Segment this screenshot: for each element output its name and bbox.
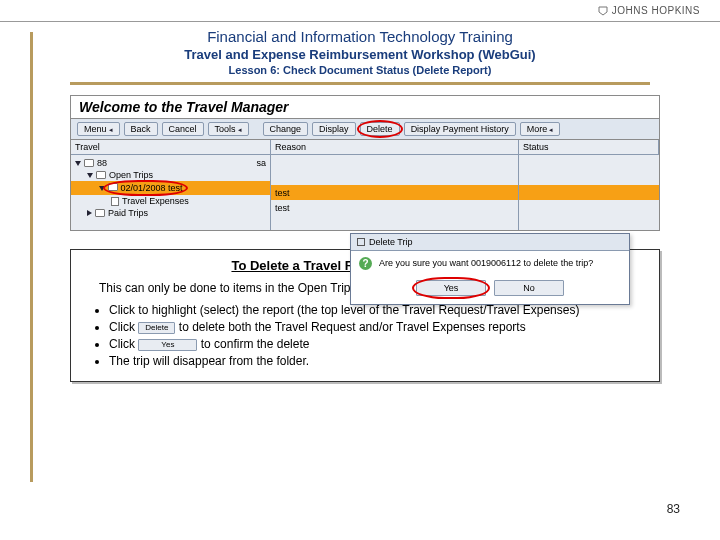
tree-travel-expenses[interactable]: Travel Expenses [75, 195, 266, 207]
selected-row: 02/01/2008 test [71, 181, 270, 195]
expand-icon [87, 173, 93, 178]
text: Click [109, 337, 138, 351]
logo: JOHNS HOPKINS [598, 5, 700, 16]
question-icon: ? [359, 257, 372, 270]
vertical-rule [30, 32, 33, 482]
collapse-icon [87, 210, 92, 216]
logo-bar: JOHNS HOPKINS [0, 0, 720, 22]
folder-icon [108, 183, 118, 191]
header: Financial and Information Technology Tra… [30, 22, 690, 76]
expand-icon [75, 161, 81, 166]
no-button[interactable]: No [494, 280, 564, 296]
status-empty [519, 170, 659, 185]
status-empty [519, 200, 659, 215]
tree-paid-trips[interactable]: Paid Trips [75, 207, 266, 219]
col-travel: Travel [71, 140, 271, 155]
reason-empty [271, 155, 518, 170]
inline-yes-button: Yes [138, 339, 197, 351]
grid-header: Travel Reason Status [71, 140, 659, 155]
change-button[interactable]: Change [263, 122, 309, 136]
text: to confirm the delete [197, 337, 309, 351]
instruction-item: Click Delete to delete both the Travel R… [109, 320, 645, 335]
tree-root[interactable]: 88 sa [75, 157, 266, 169]
grid-body: 88 sa Open Trips 02/01/2008 test [71, 155, 659, 230]
open-trips-label: Open Trips [109, 170, 153, 180]
delete-button[interactable]: Delete [360, 122, 400, 136]
header-line3: Lesson 6: Check Document Status (Delete … [30, 64, 690, 76]
status-empty [519, 215, 659, 230]
header-line2: Travel and Expense Reimbursement Worksho… [30, 47, 690, 62]
reason-selected: test [271, 185, 518, 200]
tree-pane: 88 sa Open Trips 02/01/2008 test [71, 155, 271, 230]
text: to delete both the Travel Request and/or… [175, 320, 525, 334]
folder-icon [96, 171, 106, 179]
more-button[interactable]: More [520, 122, 561, 136]
yes-button[interactable]: Yes [416, 280, 486, 296]
folder-icon [95, 209, 105, 217]
reason-empty [271, 170, 518, 185]
expand-icon [99, 186, 105, 191]
dialog-message: Are you sure you want 0019006112 to dele… [379, 258, 593, 268]
instructions-list: Click to highlight (select) the report (… [85, 303, 645, 369]
back-button[interactable]: Back [124, 122, 158, 136]
tree-selected-trip[interactable]: 02/01/2008 test [75, 182, 266, 194]
document-icon [111, 197, 119, 206]
display-button[interactable]: Display [312, 122, 356, 136]
app-window: Welcome to the Travel Manager Menu Back … [70, 95, 660, 231]
window-icon [357, 238, 365, 246]
delete-trip-dialog: Delete Trip ? Are you sure you want 0019… [350, 233, 630, 305]
status-selected [519, 185, 659, 200]
status-pane [519, 155, 659, 230]
slide-body: Financial and Information Technology Tra… [0, 22, 720, 522]
horizontal-rule [70, 82, 650, 85]
paid-trips-label: Paid Trips [108, 208, 148, 218]
travel-expenses-label: Travel Expenses [122, 196, 189, 206]
instruction-item: The trip will disappear from the folder. [109, 354, 645, 369]
root-suffix: sa [256, 158, 266, 168]
col-reason: Reason [271, 140, 519, 155]
col-status: Status [519, 140, 659, 155]
shield-icon [598, 6, 608, 16]
logo-text: JOHNS HOPKINS [612, 5, 700, 16]
tree-open-trips[interactable]: Open Trips [75, 169, 266, 181]
page-number: 83 [667, 502, 680, 516]
selected-trip-label: 02/01/2008 test [121, 183, 183, 193]
app-title: Welcome to the Travel Manager [71, 96, 659, 119]
tools-button[interactable]: Tools [208, 122, 249, 136]
selected-trip-highlight: 02/01/2008 test [108, 183, 183, 193]
root-prefix: 88 [97, 158, 107, 168]
dialog-titlebar: Delete Trip [351, 234, 629, 251]
toolbar: Menu Back Cancel Tools Change Display De… [71, 119, 659, 140]
cancel-button[interactable]: Cancel [162, 122, 204, 136]
status-empty [519, 155, 659, 170]
header-line1: Financial and Information Technology Tra… [30, 28, 690, 45]
instruction-item: Click Yes to confirm the delete [109, 337, 645, 352]
dialog-body: ? Are you sure you want 0019006112 to de… [351, 251, 629, 274]
menu-button[interactable]: Menu [77, 122, 120, 136]
reason-pane: test test [271, 155, 519, 230]
dialog-title-text: Delete Trip [369, 237, 413, 247]
dialog-buttons: Yes No [351, 274, 629, 304]
inline-delete-button: Delete [138, 322, 175, 334]
text: Click [109, 320, 138, 334]
reason-empty [271, 215, 518, 230]
folder-icon [84, 159, 94, 167]
display-payment-history-button[interactable]: Display Payment History [404, 122, 516, 136]
reason-child: test [271, 200, 518, 215]
instruction-item: Click to highlight (select) the report (… [109, 303, 645, 318]
